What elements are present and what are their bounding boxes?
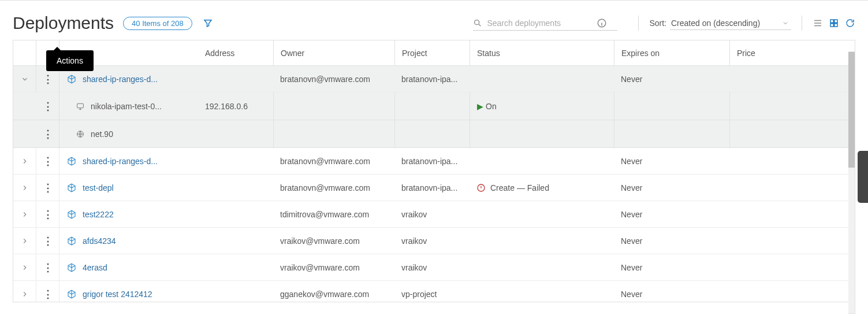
cell-status xyxy=(470,228,614,254)
table-row[interactable]: ⋮ test-depl bratanovn@vmware.com bratano… xyxy=(13,175,855,201)
table-row[interactable]: ⋮ test2222 tdimitrova@vmware.com vraikov… xyxy=(13,201,855,228)
col-header-expires[interactable]: Expires on xyxy=(614,40,729,65)
table-row[interactable]: ⋮ 4erasd vraikov@vmware.com vraikov Neve… xyxy=(13,254,855,281)
cell-expires: Never xyxy=(614,254,729,280)
table-row[interactable]: ⋮ afds4234 vraikov@vmware.com vraikov Ne… xyxy=(13,228,855,254)
expand-icon[interactable] xyxy=(21,184,29,192)
cell-project: vp-project xyxy=(394,281,470,302)
col-header-price[interactable]: Price xyxy=(729,40,822,65)
col-header-status[interactable]: Status xyxy=(470,40,614,65)
search-input[interactable] xyxy=(487,18,597,28)
side-drawer-tab[interactable] xyxy=(858,151,868,203)
cell-owner: bratanovn@vmware.com xyxy=(273,66,394,92)
deployment-icon xyxy=(66,262,77,273)
svg-rect-5 xyxy=(835,24,837,27)
refresh-icon[interactable] xyxy=(845,18,855,28)
status-badge: Create — Failed xyxy=(476,183,549,192)
child-name: nikola-ipam-test-0... xyxy=(91,102,162,111)
row-actions-menu[interactable]: ⋮ xyxy=(43,183,53,193)
sort-select[interactable]: Created on (descending) xyxy=(670,17,791,30)
status-text: On xyxy=(486,102,497,111)
actions-tooltip: Actions xyxy=(46,50,94,71)
deployment-icon xyxy=(66,183,77,193)
deployment-name-link[interactable]: shared-ip-ranges-d... xyxy=(83,157,158,166)
expand-icon[interactable] xyxy=(21,264,29,272)
status-badge: ▶ On xyxy=(477,102,497,111)
cell-price xyxy=(729,175,822,201)
cell-status xyxy=(470,281,614,302)
deployment-icon xyxy=(66,74,77,84)
row-actions-menu[interactable]: ⋮ xyxy=(43,262,53,273)
table-row[interactable]: ⋮ shared-ip-ranges-d... bratanovn@vmware… xyxy=(13,66,855,92)
cell-price xyxy=(729,148,822,174)
network-icon xyxy=(76,129,85,139)
col-header-address[interactable]: Address xyxy=(198,49,273,58)
cell-owner: bratanovn@vmware.com xyxy=(273,175,394,201)
cell-status xyxy=(470,66,614,92)
cell-owner: gganekov@vmware.com xyxy=(273,281,394,302)
sort-control: Sort: Created on (descending) xyxy=(649,17,791,30)
col-header-owner[interactable]: Owner xyxy=(273,40,394,65)
row-actions-menu[interactable]: ⋮ xyxy=(43,209,53,220)
expand-icon[interactable] xyxy=(21,157,29,165)
scroll-thumb[interactable] xyxy=(848,52,855,168)
deployment-name-link[interactable]: shared-ip-ranges-d... xyxy=(83,75,158,84)
cell-project: bratanovn-ipa... xyxy=(394,66,470,92)
status-text: Create — Failed xyxy=(490,183,549,192)
cell-project: bratanovn-ipa... xyxy=(394,175,470,201)
grid-header: Address Owner Project Status Expires on … xyxy=(13,40,855,66)
table-row[interactable]: ⋮ grigor test 2412412 gganekov@vmware.co… xyxy=(13,281,855,302)
cell-price xyxy=(729,228,822,254)
expand-icon[interactable] xyxy=(21,237,29,245)
cell-price xyxy=(729,201,822,227)
grid-body[interactable]: ⋮ shared-ip-ranges-d... bratanovn@vmware… xyxy=(13,66,855,302)
vertical-scrollbar[interactable] xyxy=(848,51,855,314)
cell-price xyxy=(729,66,822,92)
expand-icon[interactable] xyxy=(21,290,29,298)
grid-view-icon[interactable] xyxy=(829,18,839,28)
deployments-grid: Address Owner Project Status Expires on … xyxy=(13,40,855,302)
cell-price xyxy=(729,281,822,302)
items-count-pill: 40 Items of 208 xyxy=(123,17,192,30)
row-actions-menu[interactable]: ⋮ xyxy=(43,156,53,166)
cell-expires: Never xyxy=(614,66,729,92)
error-icon xyxy=(476,183,486,192)
info-icon[interactable] xyxy=(597,18,607,28)
cell-owner: bratanovn@vmware.com xyxy=(273,148,394,174)
svg-point-0 xyxy=(475,20,479,24)
cell-expires: Never xyxy=(614,148,729,174)
divider xyxy=(802,16,802,31)
row-actions-menu[interactable]: ⋮ xyxy=(43,74,53,84)
deployment-name-link[interactable]: afds4234 xyxy=(83,236,116,246)
row-actions-menu[interactable]: ⋮ xyxy=(43,236,53,246)
child-row[interactable]: ⋮ nikola-ipam-test-0... 192.168.0.6 ▶ On xyxy=(13,92,855,120)
deployment-name-link[interactable]: test-depl xyxy=(83,183,114,192)
collapse-icon[interactable] xyxy=(21,75,29,83)
cell-status xyxy=(470,254,614,280)
cell-price xyxy=(729,254,822,280)
col-header-project[interactable]: Project xyxy=(394,40,470,65)
filter-icon[interactable] xyxy=(203,18,213,28)
cell-expires: Never xyxy=(614,175,729,201)
sort-label: Sort: xyxy=(649,18,666,28)
cell-owner: tdimitrova@vmware.com xyxy=(273,201,394,227)
deployment-name-link[interactable]: grigor test 2412412 xyxy=(83,290,152,299)
cell-owner: vraikov@vmware.com xyxy=(273,254,394,280)
expand-icon[interactable] xyxy=(21,210,29,218)
page-header: Deployments 40 Items of 208 Sort: Create… xyxy=(0,1,868,40)
cell-owner: vraikov@vmware.com xyxy=(273,228,394,254)
cell-address: 192.168.0.6 xyxy=(198,102,273,111)
deployment-icon xyxy=(66,236,77,246)
table-row[interactable]: ⋮ shared-ip-ranges-d... bratanovn@vmware… xyxy=(13,148,855,175)
deployment-name-link[interactable]: 4erasd xyxy=(83,263,107,272)
cell-expires: Never xyxy=(614,201,729,227)
row-actions-menu[interactable]: ⋮ xyxy=(43,289,53,299)
deployment-name-link[interactable]: test2222 xyxy=(83,210,114,219)
svg-rect-6 xyxy=(77,103,84,108)
child-row[interactable]: ⋮ net.90 xyxy=(13,120,855,148)
cell-status xyxy=(470,201,614,227)
page-title: Deployments xyxy=(13,13,114,33)
list-view-icon[interactable] xyxy=(813,18,823,28)
row-actions-menu[interactable]: ⋮ xyxy=(43,101,53,112)
row-actions-menu[interactable]: ⋮ xyxy=(43,129,53,139)
